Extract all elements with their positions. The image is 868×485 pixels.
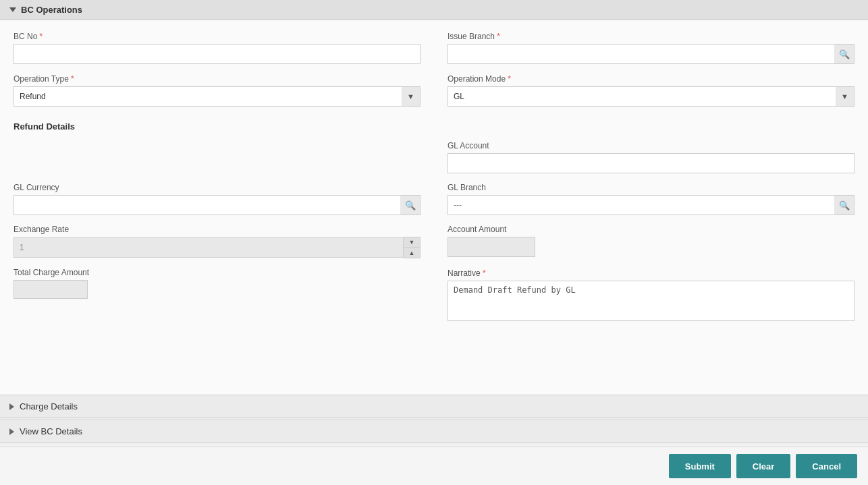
bc-operations-header[interactable]: BC Operations: [0, 0, 868, 20]
gl-currency-label: GL Currency: [13, 183, 421, 192]
gl-branch-group: GL Branch 🔍: [447, 183, 855, 215]
collapse-triangle-icon: [9, 7, 16, 12]
footer-bar: Submit Clear Cancel: [0, 447, 868, 485]
account-amount-label: Account Amount: [447, 225, 855, 234]
operation-mode-required: *: [508, 74, 511, 84]
account-amount-group: Account Amount: [447, 225, 855, 258]
operation-mode-label: Operation Mode *: [447, 74, 855, 84]
gl-branch-search-button[interactable]: 🔍: [834, 195, 855, 215]
issue-branch-group: Issue Branch * 🔍: [447, 31, 855, 64]
total-charge-display: [13, 280, 88, 299]
gl-branch-label: GL Branch: [447, 183, 855, 192]
bc-no-input[interactable]: [13, 44, 421, 64]
exchange-rate-down-button[interactable]: ▼: [404, 237, 420, 248]
issue-branch-required: *: [497, 31, 500, 41]
exchange-rate-up-button[interactable]: ▲: [404, 248, 420, 258]
charge-details-section[interactable]: Charge Details: [0, 395, 868, 418]
total-charge-wrapper: [13, 280, 421, 299]
narrative-label: Narrative *: [447, 268, 855, 278]
heading-spacer: [13, 141, 421, 183]
exchange-rate-wrapper: ▼ ▲: [13, 237, 421, 258]
total-charge-amount-group: Total Charge Amount: [13, 268, 421, 323]
operation-mode-select[interactable]: GL: [447, 86, 855, 107]
bc-no-group: BC No *: [13, 31, 421, 64]
total-charge-amount-label: Total Charge Amount: [13, 268, 421, 277]
gl-branch-input-wrapper: 🔍: [447, 195, 855, 215]
issue-branch-input[interactable]: [447, 44, 855, 64]
gl-account-label: GL Account: [447, 141, 855, 150]
exchange-rate-label: Exchange Rate: [13, 225, 421, 234]
bc-no-label: BC No *: [13, 31, 421, 41]
operation-mode-group: Operation Mode * GL ▼: [447, 74, 855, 107]
page-wrapper: BC Operations BC No * Issue Branch *: [0, 0, 868, 485]
exchange-rate-input[interactable]: [13, 237, 404, 258]
gl-currency-group: GL Currency 🔍: [13, 183, 421, 215]
operation-type-label: Operation Type *: [13, 74, 421, 84]
operation-type-select[interactable]: Refund: [13, 86, 421, 107]
gl-currency-input-wrapper: 🔍: [13, 195, 421, 215]
bc-no-required: *: [39, 31, 43, 41]
issue-branch-label: Issue Branch *: [447, 31, 855, 41]
form-grid: BC No * Issue Branch * 🔍 Operat: [13, 31, 855, 333]
gl-currency-input[interactable]: [13, 195, 421, 215]
operation-type-group: Operation Type * Refund ▼: [13, 74, 421, 107]
gl-account-group: GL Account: [447, 141, 855, 173]
narrative-group: Narrative * Demand Draft Refund by GL: [447, 268, 855, 323]
account-amount-display: [447, 237, 535, 257]
issue-branch-search-button[interactable]: 🔍: [834, 44, 855, 64]
issue-branch-input-wrapper: 🔍: [447, 44, 855, 64]
cancel-button[interactable]: Cancel: [796, 454, 857, 478]
charge-details-triangle-icon: [9, 403, 14, 410]
narrative-textarea[interactable]: Demand Draft Refund by GL: [447, 281, 855, 321]
bc-operations-form: BC No * Issue Branch * 🔍 Operat: [0, 20, 868, 395]
refund-details-heading: Refund Details: [13, 121, 855, 132]
operation-mode-select-wrapper: GL ▼: [447, 86, 855, 107]
exchange-rate-spinners: ▼ ▲: [404, 237, 421, 258]
operation-type-select-wrapper: Refund ▼: [13, 86, 421, 107]
view-bc-details-section[interactable]: View BC Details: [0, 420, 868, 443]
charge-details-label: Charge Details: [20, 401, 78, 411]
clear-button[interactable]: Clear: [736, 454, 791, 478]
gl-account-input[interactable]: [447, 153, 855, 173]
exchange-rate-group: Exchange Rate ▼ ▲: [13, 225, 421, 258]
submit-button[interactable]: Submit: [669, 454, 731, 478]
operation-type-required: *: [71, 74, 74, 84]
view-bc-details-triangle-icon: [9, 428, 14, 435]
view-bc-details-label: View BC Details: [20, 426, 82, 436]
narrative-required: *: [483, 268, 486, 278]
gl-branch-input[interactable]: [447, 195, 855, 215]
gl-currency-search-button[interactable]: 🔍: [400, 195, 421, 215]
bc-operations-title: BC Operations: [21, 5, 82, 15]
